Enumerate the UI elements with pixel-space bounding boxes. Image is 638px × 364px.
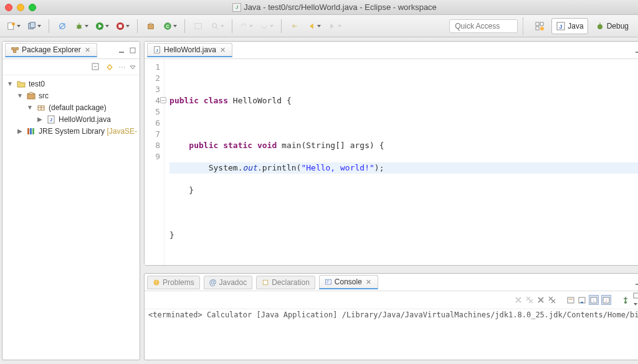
src-folder-icon xyxy=(26,91,36,101)
expand-arrow-icon[interactable]: ▼ xyxy=(26,104,34,111)
close-window-button[interactable] xyxy=(5,4,12,11)
file-label: HelloWorld.java xyxy=(59,115,111,124)
svg-rect-37 xyxy=(27,94,35,99)
toggle-mark-button[interactable] xyxy=(237,18,255,34)
svg-rect-58 xyxy=(568,297,574,303)
run-button[interactable] xyxy=(93,18,112,34)
declaration-tab[interactable]: Declaration xyxy=(256,276,315,289)
close-tab-icon[interactable]: ✕ xyxy=(364,278,373,286)
toolbar-separator xyxy=(232,19,232,33)
svg-rect-53 xyxy=(325,279,331,284)
declaration-icon xyxy=(262,279,269,286)
javadoc-icon: @ xyxy=(209,278,217,287)
close-tab-icon[interactable]: ✕ xyxy=(219,46,227,54)
link-with-editor-icon[interactable] xyxy=(105,62,115,72)
editor-body[interactable]: 1 2 3 4– 5 6 7 8 9 public class HelloWor… xyxy=(145,59,638,265)
editor-header: J HelloWorld.java ✕ xyxy=(145,42,638,59)
zoom-window-button[interactable] xyxy=(29,4,36,11)
svg-rect-56 xyxy=(636,284,638,285)
forward-button[interactable] xyxy=(326,18,344,34)
tree-row-src[interactable]: ▼ src xyxy=(5,90,137,101)
problems-tab-label: Problems xyxy=(163,278,194,287)
editor-tab[interactable]: J HelloWorld.java ✕ xyxy=(147,43,232,57)
center-column: J HelloWorld.java ✕ 1 2 3 4– 5 6 7 xyxy=(142,37,638,364)
svg-point-7 xyxy=(77,24,82,29)
new-button[interactable]: ✦ xyxy=(5,18,23,34)
save-all-button[interactable] xyxy=(26,18,44,34)
bottom-panel: ! Problems @ Javadoc Declaration Console… xyxy=(144,273,638,360)
debug-perspective-button[interactable]: Debug xyxy=(591,18,633,34)
minimize-window-button[interactable] xyxy=(17,4,24,11)
expand-arrow-icon[interactable]: ▶ xyxy=(36,116,44,123)
svg-line-10 xyxy=(81,25,82,26)
display-selected-console-icon[interactable] xyxy=(632,291,638,309)
dropdown-arrow-icon xyxy=(105,24,110,29)
terminate-all-icon[interactable] xyxy=(525,296,534,304)
line-number-gutter[interactable]: 1 2 3 4– 5 6 7 8 9 xyxy=(145,59,164,265)
quick-access-input[interactable] xyxy=(449,19,518,33)
tree-row-project[interactable]: ▼ test0 xyxy=(5,78,137,90)
fold-marker-icon[interactable]: – xyxy=(160,97,166,103)
new-java-class-button[interactable]: C xyxy=(161,18,179,34)
svg-rect-4 xyxy=(30,22,35,27)
package-explorer-icon xyxy=(11,45,19,54)
skip-breakpoints-button[interactable] xyxy=(54,18,70,34)
svg-rect-33 xyxy=(119,52,124,53)
expand-arrow-icon[interactable]: ▼ xyxy=(6,80,14,87)
expand-arrow-icon[interactable]: ▼ xyxy=(16,92,24,99)
focus-task-icon[interactable]: ⋯ xyxy=(118,63,126,72)
window-controls xyxy=(5,4,36,11)
window-title-text: Java - test0/src/HelloWorld.java - Eclip… xyxy=(244,2,437,12)
scroll-lock-icon[interactable] xyxy=(578,296,586,304)
svg-rect-22 xyxy=(536,22,539,26)
library-icon xyxy=(26,126,36,136)
svg-rect-34 xyxy=(130,48,135,53)
view-menu-icon[interactable] xyxy=(130,64,136,70)
code-area[interactable]: public class HelloWorld { public static … xyxy=(164,59,638,265)
code-line xyxy=(169,118,638,129)
run-last-tool-button[interactable] xyxy=(114,18,132,34)
javadoc-tab[interactable]: @ Javadoc xyxy=(204,276,252,289)
problems-tab[interactable]: ! Problems xyxy=(147,276,200,289)
minimize-view-icon[interactable] xyxy=(634,46,638,55)
package-explorer-tree[interactable]: ▼ test0 ▼ src ▼ (default package) ▶ J He… xyxy=(2,75,140,360)
code-line: } xyxy=(169,230,638,241)
open-type-button[interactable] xyxy=(190,18,206,34)
java-perspective-button[interactable]: J Java xyxy=(551,18,588,34)
package-explorer-panel: Package Explorer ✕ ⋯ ▼ test0 ▼ src xyxy=(2,41,140,360)
search-button[interactable] xyxy=(209,18,227,34)
pin-console-icon[interactable] xyxy=(621,296,630,304)
back-button[interactable] xyxy=(305,18,323,34)
project-icon xyxy=(16,79,26,89)
minimize-view-icon[interactable] xyxy=(634,278,638,287)
debug-button[interactable] xyxy=(73,18,91,34)
show-console-on-out-icon[interactable]: ↓ xyxy=(589,295,599,305)
tree-row-file[interactable]: ▶ J HelloWorld.java xyxy=(5,113,137,125)
close-tab-icon[interactable]: ✕ xyxy=(83,46,92,54)
line-number: 8 xyxy=(145,140,160,151)
svg-line-12 xyxy=(81,27,82,28)
dropdown-arrow-icon xyxy=(269,24,274,29)
minimize-view-icon[interactable] xyxy=(117,46,126,55)
remove-launch-icon[interactable] xyxy=(536,296,545,304)
open-perspective-button[interactable] xyxy=(530,18,549,34)
maximize-view-icon[interactable] xyxy=(128,46,137,55)
last-edit-button[interactable] xyxy=(287,18,303,34)
next-annotation-button[interactable] xyxy=(258,18,276,34)
remove-all-launches-icon[interactable] xyxy=(548,296,556,304)
show-console-on-err-icon[interactable]: ↓ xyxy=(601,295,611,305)
svg-rect-45 xyxy=(32,128,34,134)
tree-row-jre[interactable]: ▶ JRE System Library [JavaSE- xyxy=(5,125,137,137)
tree-row-package[interactable]: ▼ (default package) xyxy=(5,101,137,113)
dropdown-arrow-icon xyxy=(173,24,178,29)
console-output[interactable]: <terminated> Calculator [Java Applicatio… xyxy=(145,309,638,320)
problems-icon: ! xyxy=(153,279,160,286)
expand-arrow-icon[interactable]: ▶ xyxy=(16,128,24,134)
new-java-package-button[interactable] xyxy=(143,18,159,34)
terminate-icon[interactable] xyxy=(514,296,523,304)
console-toolbar: ↓ ↓ xyxy=(145,291,638,309)
collapse-all-icon[interactable] xyxy=(91,62,101,72)
console-tab[interactable]: Console ✕ xyxy=(319,275,378,289)
clear-console-icon[interactable] xyxy=(566,296,575,304)
package-explorer-tab[interactable]: Package Explorer ✕ xyxy=(5,43,97,57)
